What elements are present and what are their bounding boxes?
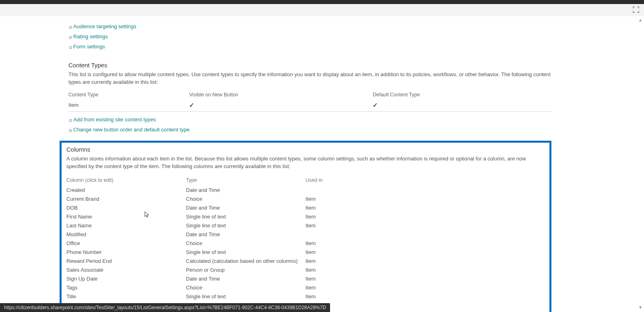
column-usedin-cell: Item bbox=[305, 203, 545, 212]
scroll-up-icon[interactable]: ▲ bbox=[638, 18, 643, 22]
table-row: Last NameSingle line of textItem bbox=[66, 221, 545, 230]
table-row: TitleSingle line of textItem bbox=[66, 292, 545, 301]
content-type-row[interactable]: Item ✓ ✓ bbox=[68, 100, 551, 112]
column-name-link[interactable]: Phone Number bbox=[66, 248, 186, 256]
status-bar-url: https://citizenbuilders.sharepoint.com/s… bbox=[0, 303, 330, 312]
column-type-cell: Single line of text bbox=[186, 248, 305, 256]
ct-default-cell: ✓ bbox=[373, 100, 551, 112]
column-name-link[interactable]: Office bbox=[66, 239, 186, 248]
table-row: Current BrandChoiceItem bbox=[66, 194, 545, 203]
column-usedin-cell: Item bbox=[305, 248, 545, 256]
add-existing-content-type-link[interactable]: Add from existing site content types bbox=[73, 116, 156, 123]
table-row: Reward Period EndCalculated (calculation… bbox=[66, 256, 545, 265]
column-name-link[interactable]: Title bbox=[66, 292, 186, 301]
header-strip bbox=[0, 4, 644, 16]
table-row: OfficeChoiceItem bbox=[66, 239, 545, 248]
content-types-heading: Content Types bbox=[68, 62, 551, 69]
focus-mode-icon[interactable] bbox=[633, 6, 639, 13]
column-usedin-cell: Item bbox=[305, 221, 545, 230]
column-type-cell: Choice bbox=[186, 239, 305, 248]
column-name-link[interactable]: Created bbox=[66, 185, 186, 194]
table-row: First NameSingle line of textItem bbox=[66, 212, 545, 221]
ct-name-cell[interactable]: Item bbox=[68, 100, 189, 112]
column-name-link[interactable]: Modified bbox=[66, 230, 186, 239]
column-type-cell: Choice bbox=[186, 283, 305, 292]
column-usedin-cell: Item bbox=[305, 256, 545, 265]
audience-targeting-link[interactable]: Audience targeting settings bbox=[73, 23, 136, 29]
column-type-cell: Choice bbox=[186, 194, 305, 203]
column-type-cell: Calculated (calculation based on other c… bbox=[186, 256, 305, 265]
table-row: CreatedDate and Time bbox=[66, 185, 545, 194]
content-types-description: This list is configured to allow multipl… bbox=[68, 71, 551, 86]
column-usedin-cell: Item bbox=[305, 274, 545, 283]
content-types-actions: Add from existing site content types Cha… bbox=[68, 116, 551, 133]
column-name-link[interactable]: Sales Associate bbox=[66, 265, 186, 274]
column-name-link[interactable]: Tags bbox=[66, 283, 186, 292]
column-name-link[interactable]: DOB bbox=[66, 203, 186, 212]
general-settings-links: Audience targeting settings Rating setti… bbox=[68, 23, 551, 50]
column-usedin-cell: Item bbox=[305, 212, 545, 221]
rating-settings-link[interactable]: Rating settings bbox=[73, 33, 108, 40]
column-usedin-cell: Item bbox=[305, 283, 545, 292]
column-type-cell: Date and Time bbox=[186, 230, 305, 239]
ct-header-default: Default Content Type bbox=[373, 89, 551, 100]
window-topbar bbox=[0, 0, 644, 4]
cursor-icon bbox=[144, 211, 150, 218]
column-usedin-cell: Item bbox=[305, 239, 545, 248]
table-row: ModifiedDate and Time bbox=[66, 230, 545, 239]
column-type-cell: Single line of text bbox=[186, 292, 305, 301]
column-type-cell: Single line of text bbox=[186, 221, 305, 230]
column-type-cell: Person or Group bbox=[186, 265, 305, 274]
column-usedin-cell: Item bbox=[305, 194, 545, 203]
columns-section-highlight: Columns A column stores information abou… bbox=[60, 141, 551, 312]
column-usedin-cell: Item bbox=[305, 265, 545, 274]
col-header-type: Type bbox=[186, 173, 305, 185]
ct-header-name: Content Type bbox=[68, 89, 189, 100]
ct-visible-cell: ✓ bbox=[189, 100, 373, 112]
col-header-usedin: Used in bbox=[305, 173, 545, 185]
ct-header-visible: Visible on New Button bbox=[189, 89, 373, 100]
page-content: Audience targeting settings Rating setti… bbox=[68, 16, 551, 312]
column-name-link[interactable]: First Name bbox=[66, 212, 186, 221]
table-row: DOBDate and TimeItem bbox=[66, 203, 545, 212]
column-usedin-cell bbox=[305, 310, 545, 312]
table-row: Sign Up DateDate and TimeItem bbox=[66, 274, 545, 283]
col-header-name: Column (click to edit) bbox=[66, 173, 186, 185]
column-type-cell: Date and Time bbox=[186, 185, 305, 194]
check-icon: ✓ bbox=[189, 102, 194, 109]
column-name-link[interactable]: Current Brand bbox=[66, 194, 186, 203]
columns-table: Column (click to edit) Type Used in Crea… bbox=[66, 173, 545, 312]
column-type-cell: Date and Time bbox=[186, 274, 305, 283]
form-settings-link[interactable]: Form settings bbox=[73, 44, 105, 50]
column-usedin-cell bbox=[305, 185, 545, 194]
column-usedin-cell: Item bbox=[305, 292, 545, 301]
column-name-link[interactable]: Last Name bbox=[66, 221, 186, 230]
column-type-cell: Date and Time bbox=[186, 203, 305, 212]
table-row: TagsChoiceItem bbox=[66, 283, 545, 292]
table-row: Phone NumberSingle line of textItem bbox=[66, 248, 545, 256]
check-icon: ✓ bbox=[373, 102, 378, 109]
columns-heading: Columns bbox=[66, 146, 545, 153]
scroll-down-icon[interactable]: ▼ bbox=[638, 305, 643, 310]
column-usedin-cell bbox=[305, 230, 545, 239]
column-name-link[interactable]: Sign Up Date bbox=[66, 274, 186, 283]
content-types-table: Content Type Visible on New Button Defau… bbox=[68, 89, 551, 112]
column-type-cell: Single line of text bbox=[186, 212, 305, 221]
change-button-order-link[interactable]: Change new button order and default cont… bbox=[73, 127, 190, 133]
column-usedin-cell bbox=[305, 301, 545, 310]
table-row: Sales AssociatePerson or GroupItem bbox=[66, 265, 545, 274]
columns-description: A column stores information about each i… bbox=[66, 155, 545, 171]
column-name-link[interactable]: Reward Period End bbox=[66, 256, 186, 265]
